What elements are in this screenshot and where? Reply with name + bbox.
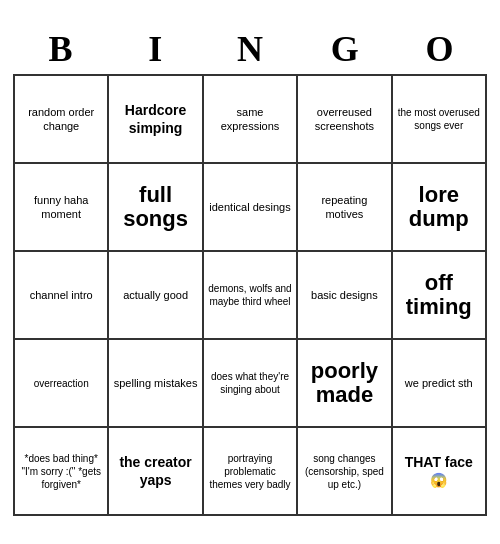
bingo-cell: same expressions (204, 76, 298, 164)
bingo-cell: we predict sth (393, 340, 487, 428)
bingo-cell: *does bad thing* "I'm sorry :(" *gets fo… (15, 428, 109, 516)
bingo-cell: THAT face 😱 (393, 428, 487, 516)
bingo-letter: B (16, 28, 104, 70)
bingo-cell: demons, wolfs and maybe third wheel (204, 252, 298, 340)
bingo-cell: channel intro (15, 252, 109, 340)
bingo-letter: N (206, 28, 294, 70)
bingo-cell: off timing (393, 252, 487, 340)
bingo-cell: overreaction (15, 340, 109, 428)
bingo-cell: poorly made (298, 340, 392, 428)
bingo-cell: identical desings (204, 164, 298, 252)
bingo-cell: portraying problematic themes very badly (204, 428, 298, 516)
bingo-letter: I (111, 28, 199, 70)
bingo-cell: actually good (109, 252, 203, 340)
bingo-cell: song changes (censorship, sped up etc.) (298, 428, 392, 516)
bingo-cell: random order change (15, 76, 109, 164)
bingo-cell: does what they're singing about (204, 340, 298, 428)
bingo-title: BINGO (13, 28, 487, 70)
bingo-letter: O (396, 28, 484, 70)
bingo-cell: overreused screenshots (298, 76, 392, 164)
bingo-cell: the creator yaps (109, 428, 203, 516)
bingo-cell: the most overused songs ever (393, 76, 487, 164)
bingo-cell: Hardcore simping (109, 76, 203, 164)
bingo-cell: repeating motives (298, 164, 392, 252)
bingo-cell: full songs (109, 164, 203, 252)
bingo-cell: spelling mistakes (109, 340, 203, 428)
bingo-cell: lore dump (393, 164, 487, 252)
bingo-letter: G (301, 28, 389, 70)
bingo-grid: random order changeHardcore simpingsame … (13, 74, 487, 516)
bingo-cell: funny haha moment (15, 164, 109, 252)
bingo-card: BINGO random order changeHardcore simpin… (5, 20, 495, 524)
bingo-cell: basic designs (298, 252, 392, 340)
